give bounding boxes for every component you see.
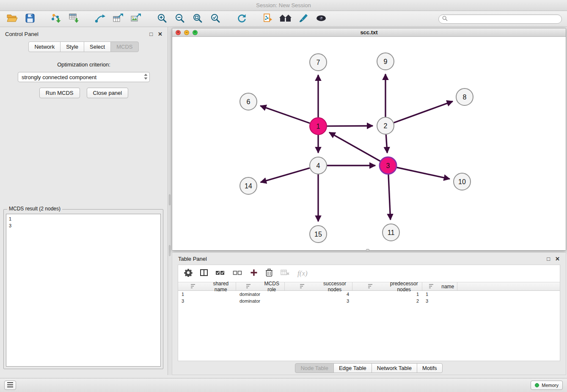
mcds-result-text[interactable]: 1 3	[6, 214, 161, 367]
refresh-layout-button[interactable]	[234, 13, 249, 25]
table-panel-title: Table Panel	[178, 256, 207, 262]
graph-edge-2-3[interactable]	[386, 135, 387, 153]
float-table-panel-icon[interactable]: □	[547, 256, 550, 262]
graph-edge-2-8[interactable]	[394, 101, 453, 122]
graph-node-1[interactable]: 1	[310, 118, 327, 135]
tab-motifs[interactable]: Motifs	[417, 363, 443, 373]
table-row[interactable]: 3dominator323	[178, 298, 560, 304]
add-column-button[interactable]	[250, 269, 258, 278]
save-session-button[interactable]	[23, 13, 37, 25]
apply-style-button[interactable]	[296, 13, 311, 25]
graph-edge-1-2[interactable]	[327, 126, 373, 126]
optimization-criterion-select[interactable]: strongly connected component	[18, 72, 150, 82]
tab-mcds[interactable]: MCDS	[110, 41, 138, 52]
deselect-all-button[interactable]	[233, 270, 242, 278]
column-header-MCDS-role[interactable]: MCDS role	[236, 282, 285, 290]
graph-node-10[interactable]: 10	[454, 173, 471, 190]
graph-node-9[interactable]: 9	[377, 53, 394, 70]
memory-status-dot	[535, 383, 539, 387]
tab-select[interactable]: Select	[84, 41, 111, 52]
graph-node-15[interactable]: 15	[310, 226, 327, 243]
show-hide-button[interactable]	[314, 13, 328, 25]
table-cell[interactable]: 1	[352, 291, 422, 298]
graph-node-3[interactable]: 3	[380, 157, 396, 174]
tab-network[interactable]: Network	[28, 41, 61, 52]
table-cell[interactable]: 4	[285, 291, 352, 298]
import-table-button[interactable]	[67, 13, 81, 25]
function-builder-button[interactable]: f(x)	[297, 269, 308, 278]
tab-node-table[interactable]: Node Table	[295, 363, 334, 373]
export-network-button[interactable]	[93, 13, 107, 25]
table-row[interactable]: 1dominator411	[178, 291, 560, 298]
table-settings-button[interactable]	[184, 268, 193, 279]
table-cell[interactable]: 3	[178, 298, 236, 304]
export-image-button[interactable]	[129, 13, 143, 25]
graph-node-8[interactable]: 8	[456, 88, 473, 105]
tab-edge-table[interactable]: Edge Table	[333, 363, 372, 373]
zoom-fit-button[interactable]	[190, 13, 205, 25]
minimize-window-icon[interactable]: –	[184, 30, 189, 35]
tab-style[interactable]: Style	[60, 41, 84, 52]
memory-button[interactable]: Memory	[531, 381, 563, 390]
close-panel-icon[interactable]: ✕	[158, 31, 162, 37]
table-cell[interactable]: 3	[422, 298, 457, 304]
zoom-in-button[interactable]	[155, 13, 169, 25]
panel-splitter[interactable]	[168, 27, 172, 375]
run-mcds-button[interactable]: Run MCDS	[39, 88, 80, 98]
column-header-name[interactable]: name	[422, 282, 457, 290]
float-panel-icon[interactable]: □	[149, 31, 153, 37]
network-canvas[interactable]: 7968124314101511	[172, 37, 566, 250]
table-cell[interactable]: 3	[285, 298, 352, 304]
delete-column-button[interactable]	[265, 268, 273, 279]
delete-table-button[interactable]	[281, 269, 290, 278]
import-network-button[interactable]	[49, 13, 63, 25]
copy-network-button[interactable]	[261, 13, 275, 25]
zoom-selected-button[interactable]	[208, 13, 223, 25]
graph-node-6[interactable]: 6	[240, 93, 257, 110]
window-resize-handle[interactable]	[366, 249, 369, 251]
table-cell[interactable]: dominator	[236, 298, 285, 304]
zoom-out-icon	[175, 13, 185, 25]
zoom-window-icon[interactable]: +	[193, 30, 198, 35]
graph-node-2[interactable]: 2	[377, 117, 394, 134]
close-panel-button[interactable]: Close panel	[87, 88, 129, 98]
table-panel-body: f(x) shared nameMCDS rolesuccessor nodes…	[178, 265, 560, 361]
svg-text:9: 9	[384, 58, 388, 65]
status-menu-button[interactable]	[4, 381, 16, 390]
zoom-out-button[interactable]	[173, 13, 187, 25]
column-header-shared-name[interactable]: shared name	[178, 282, 236, 290]
close-table-panel-icon[interactable]: ✕	[555, 256, 560, 262]
search-box[interactable]	[438, 14, 562, 24]
close-window-icon[interactable]: ×	[176, 30, 181, 35]
table-cell[interactable]: 2	[352, 298, 422, 304]
table-toolbar: f(x)	[178, 265, 560, 282]
graph-node-14[interactable]: 14	[240, 177, 257, 194]
graph-node-11[interactable]: 11	[383, 224, 399, 241]
splitter-grip[interactable]	[169, 194, 171, 205]
network-canvas-svg[interactable]: 7968124314101511	[172, 37, 566, 250]
select-all-button[interactable]	[215, 270, 225, 278]
column-header-predecessor-nodes[interactable]: predecessor nodes	[352, 282, 422, 290]
graph-node-7[interactable]: 7	[310, 54, 327, 71]
graph-edge-3-11[interactable]	[388, 174, 391, 220]
column-header-successor-nodes[interactable]: successor nodes	[285, 282, 352, 290]
show-columns-button[interactable]	[200, 269, 208, 278]
graph-edge-3-10[interactable]	[397, 168, 450, 179]
control-panel-header: Control Panel □ ✕	[0, 27, 168, 41]
columns-icon	[200, 269, 208, 278]
search-input[interactable]	[450, 16, 558, 22]
splitter-grip[interactable]	[169, 245, 171, 256]
first-neighbors-button[interactable]	[278, 13, 293, 25]
table-cell[interactable]: 1	[178, 291, 236, 298]
graph-edge-3-1[interactable]	[329, 133, 380, 161]
tab-network-table[interactable]: Network Table	[372, 363, 417, 373]
export-table-button[interactable]	[111, 13, 125, 25]
double-house-icon	[279, 14, 292, 25]
graph-edge-1-6[interactable]	[260, 106, 310, 123]
table-cell[interactable]: dominator	[236, 291, 285, 298]
graph-node-4[interactable]: 4	[310, 157, 327, 174]
open-session-button[interactable]	[5, 13, 19, 25]
graph-edge-4-14[interactable]	[261, 168, 310, 182]
network-window-titlebar: × – + scc.txt	[172, 28, 566, 37]
table-cell[interactable]: 1	[422, 291, 457, 298]
